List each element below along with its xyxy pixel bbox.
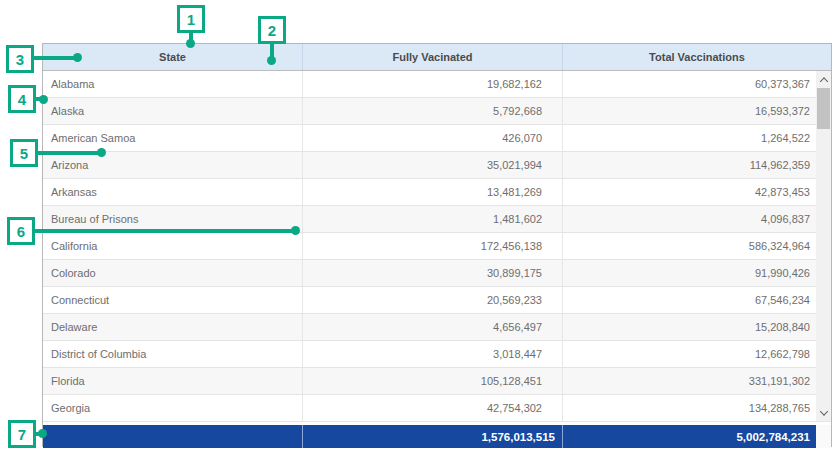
state-cell: Alaska — [43, 98, 302, 124]
screen: State Fully Vacinated Total Vaccinations… — [0, 0, 833, 453]
fully-vaccinated-cell: 20,569,233 — [302, 287, 562, 313]
scrollbar-thumb[interactable] — [817, 88, 830, 129]
annotation-marker-1: 1 — [177, 5, 205, 33]
state-cell: Florida — [43, 368, 302, 394]
annotation-dot-6 — [291, 226, 300, 235]
table-row[interactable]: Colorado 30,899,175 91,990,426 — [43, 260, 831, 287]
total-vaccinations-cell: 91,990,426 — [562, 260, 831, 286]
state-cell: California — [43, 233, 302, 259]
fully-vaccinated-cell: 105,128,451 — [302, 368, 562, 394]
annotation-marker-6: 6 — [7, 217, 35, 245]
column-header-total-vaccinations[interactable]: Total Vaccinations — [562, 44, 831, 70]
totals-row: 1,576,013,515 5,002,784,231 — [43, 425, 831, 448]
total-vaccinations-cell: 12,662,798 — [562, 341, 831, 367]
annotation-marker-2: 2 — [258, 16, 286, 44]
table-body: Alabama 19,682,162 60,373,367 Alaska 5,7… — [43, 71, 831, 422]
table-row[interactable]: California 172,456,138 586,324,964 — [43, 233, 831, 260]
total-vaccinations-cell: 42,873,453 — [562, 179, 831, 205]
state-cell: Connecticut — [43, 287, 302, 313]
annotation-marker-4: 4 — [8, 85, 36, 113]
table-row[interactable]: Connecticut 20,569,233 67,546,234 — [43, 287, 831, 314]
state-cell: Georgia — [43, 395, 302, 421]
fully-vaccinated-cell: 19,682,162 — [302, 71, 562, 97]
column-header-fully-vaccinated[interactable]: Fully Vacinated — [302, 44, 562, 70]
state-cell: Arizona — [43, 152, 302, 178]
totals-total-vaccinations-cell: 5,002,784,231 — [562, 425, 816, 448]
fully-vaccinated-cell: 5,792,668 — [302, 98, 562, 124]
scroll-up-button[interactable] — [816, 72, 831, 87]
chevron-down-icon — [819, 407, 827, 415]
total-vaccinations-cell: 331,191,302 — [562, 368, 831, 394]
state-cell: Arkansas — [43, 179, 302, 205]
fully-vaccinated-cell: 13,481,269 — [302, 179, 562, 205]
state-cell: District of Columbia — [43, 341, 302, 367]
state-cell: Alabama — [43, 71, 302, 97]
annotation-marker-7: 7 — [8, 420, 36, 448]
annotation-dot-1 — [186, 39, 195, 48]
annotation-dot-4 — [39, 95, 48, 104]
table-header-row: State Fully Vacinated Total Vaccinations — [43, 44, 831, 71]
table-row[interactable]: Delaware 4,656,497 15,208,840 — [43, 314, 831, 341]
total-vaccinations-cell: 134,288,765 — [562, 395, 831, 421]
total-vaccinations-cell: 16,593,372 — [562, 98, 831, 124]
fully-vaccinated-cell: 3,018,447 — [302, 341, 562, 367]
vaccination-table: State Fully Vacinated Total Vaccinations… — [42, 43, 832, 447]
fully-vaccinated-cell: 4,656,497 — [302, 314, 562, 340]
table-row[interactable]: Alaska 5,792,668 16,593,372 — [43, 98, 831, 125]
fully-vaccinated-cell: 42,754,302 — [302, 395, 562, 421]
total-vaccinations-cell: 60,373,367 — [562, 71, 831, 97]
annotation-line-5 — [38, 151, 102, 155]
table-row[interactable]: American Samoa 426,070 1,264,522 — [43, 125, 831, 152]
fully-vaccinated-cell: 172,456,138 — [302, 233, 562, 259]
table-row[interactable]: Arkansas 13,481,269 42,873,453 — [43, 179, 831, 206]
table-row[interactable]: Georgia 42,754,302 134,288,765 — [43, 395, 831, 422]
total-vaccinations-cell: 15,208,840 — [562, 314, 831, 340]
annotation-dot-2 — [267, 56, 276, 65]
fully-vaccinated-cell: 30,899,175 — [302, 260, 562, 286]
fully-vaccinated-cell: 35,021,994 — [302, 152, 562, 178]
state-cell: Colorado — [43, 260, 302, 286]
annotation-line-3 — [34, 56, 78, 60]
scroll-down-button[interactable] — [816, 405, 831, 420]
total-vaccinations-cell: 4,096,837 — [562, 206, 831, 232]
annotation-marker-3: 3 — [6, 45, 34, 73]
total-vaccinations-cell: 67,546,234 — [562, 287, 831, 313]
annotation-dot-3 — [73, 53, 82, 62]
total-vaccinations-cell: 114,962,359 — [562, 152, 831, 178]
fully-vaccinated-cell: 1,481,602 — [302, 206, 562, 232]
annotation-dot-7 — [38, 429, 47, 438]
annotation-dot-5 — [97, 148, 106, 157]
table-row[interactable]: Florida 105,128,451 331,191,302 — [43, 368, 831, 395]
state-cell: Delaware — [43, 314, 302, 340]
total-vaccinations-cell: 1,264,522 — [562, 125, 831, 151]
annotation-line-6 — [35, 229, 296, 233]
fully-vaccinated-cell: 426,070 — [302, 125, 562, 151]
scrollbar-corner — [816, 425, 831, 448]
state-cell: American Samoa — [43, 125, 302, 151]
table-row[interactable]: Alabama 19,682,162 60,373,367 — [43, 71, 831, 98]
annotation-marker-5: 5 — [10, 139, 38, 167]
total-vaccinations-cell: 586,324,964 — [562, 233, 831, 259]
chevron-up-icon — [819, 77, 827, 85]
vertical-scrollbar[interactable] — [816, 71, 831, 421]
totals-fully-vaccinated-cell: 1,576,013,515 — [302, 425, 562, 448]
table-row[interactable]: District of Columbia 3,018,447 12,662,79… — [43, 341, 831, 368]
table-row[interactable]: Arizona 35,021,994 114,962,359 — [43, 152, 831, 179]
totals-state-cell — [43, 425, 302, 448]
